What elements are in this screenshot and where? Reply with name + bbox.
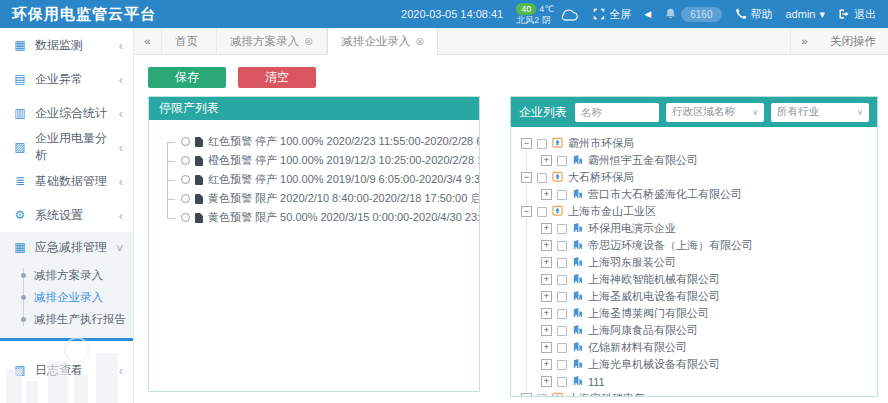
chevron-down-icon: ∨ <box>752 108 758 117</box>
radio-button-icon[interactable] <box>181 156 190 165</box>
industry-select[interactable]: 所有行业 ∨ <box>771 103 869 122</box>
checkbox[interactable] <box>557 224 567 234</box>
company-row[interactable]: 亿锦新材料有限公司 <box>521 339 871 356</box>
save-button[interactable]: 保存 <box>148 67 226 88</box>
tab-close-icon[interactable] <box>304 35 313 48</box>
plan-row[interactable]: 黄色预警 限产 2020/2/10 8:40:00-2020/2/18 17:5… <box>161 189 471 208</box>
company-row[interactable]: 上海圣威机电设备有限公司 <box>521 288 871 305</box>
company-row[interactable]: 上海光阜机械设备有限公司 <box>521 356 871 373</box>
tab-close-icon[interactable] <box>415 35 424 48</box>
company-row[interactable]: 上海市金山工业区 <box>521 203 871 220</box>
company-row[interactable]: 上海神欧智能机械有限公司 <box>521 271 871 288</box>
expander-icon[interactable] <box>541 223 552 234</box>
sidebar-item-emergency-management[interactable]: ▦ 应急减排管理 ∨ <box>0 232 133 262</box>
company-row[interactable]: 环保用电演示企业 <box>521 220 871 237</box>
expander-icon[interactable] <box>541 155 552 166</box>
company-row[interactable]: 上海安科瑞电气 <box>521 390 871 397</box>
checkbox[interactable] <box>557 343 567 353</box>
building-icon <box>572 324 583 337</box>
tabs-scroll-left-button[interactable]: « <box>134 28 162 54</box>
tab[interactable]: 减排企业录入 <box>327 28 438 55</box>
expander-icon[interactable] <box>521 393 532 397</box>
building-icon <box>572 358 583 371</box>
sidebar-item-logs[interactable]: ▧ 日志查看 ‹ <box>0 353 133 387</box>
radio-button-icon[interactable] <box>181 175 190 184</box>
expander-icon[interactable] <box>541 376 552 387</box>
checkbox[interactable] <box>557 309 567 319</box>
radio-button-icon[interactable] <box>181 194 190 203</box>
plan-row[interactable]: 黄色预警 限产 50.00% 2020/3/15 0:00:00-2020/4/… <box>161 208 471 227</box>
radio-button-icon[interactable] <box>181 213 190 222</box>
checkbox[interactable] <box>537 139 547 149</box>
tab-bar: « 首页 减排方案录入 减排企业录入 <box>134 28 888 55</box>
clear-button[interactable]: 清空 <box>238 67 316 88</box>
document-icon <box>195 194 203 204</box>
bureau-icon <box>552 137 563 150</box>
checkbox[interactable] <box>557 377 567 387</box>
expander-icon[interactable] <box>521 172 532 183</box>
sidebar-item[interactable]: ⚙ 系统设置 ‹ <box>0 198 133 232</box>
expander-icon[interactable] <box>541 291 552 302</box>
expander-icon[interactable] <box>521 206 532 217</box>
sidebar-item[interactable]: ≣ 基础数据管理 ‹ <box>0 164 133 198</box>
checkbox[interactable] <box>557 360 567 370</box>
close-operations-menu[interactable]: 关闭操作 <box>818 28 888 54</box>
sidebar-subitem[interactable]: 减排方案录入 <box>0 264 133 286</box>
expander-icon[interactable] <box>521 138 532 149</box>
checkbox[interactable] <box>537 207 547 217</box>
expander-icon[interactable] <box>541 240 552 251</box>
logout-button[interactable]: 退出 <box>838 7 876 22</box>
expander-icon[interactable] <box>541 274 552 285</box>
document-icon <box>195 137 203 147</box>
checkbox[interactable] <box>557 258 567 268</box>
sidebar-submenu: 减排方案录入 减排企业录入 减排生产执行报告 <box>0 262 133 338</box>
company-row[interactable]: 营口市大石桥盛海化工有限公司 <box>521 186 871 203</box>
checkbox[interactable] <box>557 275 567 285</box>
tab[interactable]: 减排方案录入 <box>217 28 327 54</box>
company-row[interactable]: 霸州恒宇五金有限公司 <box>521 152 871 169</box>
company-row[interactable]: 大石桥环保局 <box>521 169 871 186</box>
company-name-input[interactable] <box>575 103 659 122</box>
checkbox[interactable] <box>557 241 567 251</box>
checkbox[interactable] <box>557 326 567 336</box>
expander-icon[interactable] <box>541 325 552 336</box>
tab[interactable]: 首页 <box>162 28 217 54</box>
plan-row[interactable]: 橙色预警 停产 100.00% 2019/12/3 10:25:00-2020/… <box>161 151 471 170</box>
user-menu[interactable]: admin ▾ <box>786 8 826 21</box>
expander-icon[interactable] <box>541 308 552 319</box>
company-label: 亿锦新材料有限公司 <box>588 340 687 355</box>
expander-icon[interactable] <box>541 189 552 200</box>
sidebar-group-label: 应急减排管理 <box>35 239 107 256</box>
building-icon <box>572 307 583 320</box>
company-row[interactable]: 上海羽东服装公司 <box>521 254 871 271</box>
company-row[interactable]: 上海阿康食品有限公司 <box>521 322 871 339</box>
company-row[interactable]: 111 <box>521 373 871 390</box>
plan-row[interactable]: 红色预警 停产 100.00% 2020/2/23 11:55:00-2020/… <box>161 132 471 151</box>
sidebar-subitem[interactable]: 减排生产执行报告 <box>0 308 133 330</box>
plan-row[interactable]: 红色预警 停产 100.00% 2019/10/9 6:05:00-2020/3… <box>161 170 471 189</box>
checkbox[interactable] <box>557 156 567 166</box>
help-button[interactable]: 帮助 <box>735 7 773 22</box>
radio-button-icon[interactable] <box>181 137 190 146</box>
company-row[interactable]: 霸州市环保局 <box>521 135 871 152</box>
company-row[interactable]: 帝思迈环境设备（上海）有限公司 <box>521 237 871 254</box>
checkbox[interactable] <box>557 190 567 200</box>
notifications-button[interactable]: 6160 <box>664 7 721 22</box>
tab-label: 减排方案录入 <box>230 34 299 49</box>
expander-icon[interactable] <box>541 257 552 268</box>
expander-icon[interactable] <box>541 342 552 353</box>
sidebar-item[interactable]: ▤ 企业异常 ‹ <box>0 62 133 96</box>
mute-speaker-icon[interactable]: ◀ <box>644 9 651 19</box>
checkbox[interactable] <box>537 394 547 398</box>
region-select[interactable]: 行政区域名称 ∨ <box>666 103 764 122</box>
company-row[interactable]: 上海圣博莱阀门有限公司 <box>521 305 871 322</box>
checkbox[interactable] <box>537 173 547 183</box>
expander-icon[interactable] <box>541 359 552 370</box>
tabs-scroll-right-button[interactable]: » <box>790 28 818 54</box>
sidebar-subitem[interactable]: 减排企业录入 <box>0 286 133 308</box>
sidebar-item[interactable]: ▥ 企业综合统计 ‹ <box>0 96 133 130</box>
checkbox[interactable] <box>557 292 567 302</box>
fullscreen-button[interactable]: 全屏 <box>593 7 631 22</box>
sidebar-item[interactable]: ▨ 企业用电量分析 ‹ <box>0 130 133 164</box>
sidebar-item[interactable]: ▦ 数据监测 ‹ <box>0 28 133 62</box>
